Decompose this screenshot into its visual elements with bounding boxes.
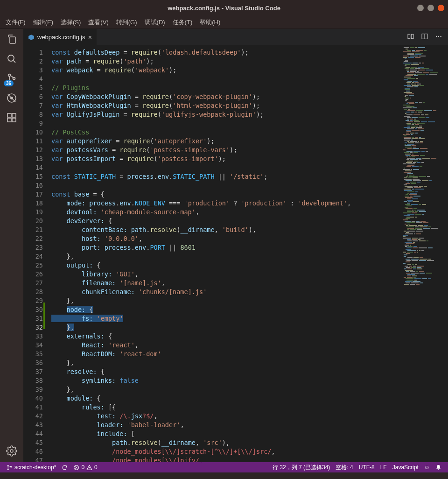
code-line[interactable]: var path = require('path'); xyxy=(51,57,401,66)
svg-point-18 xyxy=(7,465,8,466)
scm-icon[interactable]: 36 xyxy=(5,72,18,85)
code-line[interactable]: filename: '[name].js', xyxy=(51,279,401,288)
svg-point-10 xyxy=(10,450,13,452)
code-line[interactable]: var CopyWebpackPlugin = require('copy-we… xyxy=(51,92,401,101)
svg-rect-13 xyxy=(411,34,413,38)
menu-select[interactable]: 选择(S) xyxy=(58,17,84,28)
window-title: webpack.config.js - Visual Studio Code xyxy=(168,5,280,12)
status-cursor[interactable]: 行 32，列 7 (已选择34) xyxy=(270,464,333,472)
svg-point-16 xyxy=(438,36,439,37)
menu-debug[interactable]: 调试(D) xyxy=(142,17,168,28)
settings-gear-icon[interactable] xyxy=(5,444,18,458)
maximize-button[interactable] xyxy=(427,5,434,11)
code-line[interactable]: /node_modules[\\/]pify/, xyxy=(51,456,401,462)
code-line[interactable]: var HtmlWebpackPlugin = require('html-we… xyxy=(51,101,401,110)
main-area: 36 webpack.config.js × 1234567 xyxy=(0,29,448,462)
code-line[interactable] xyxy=(51,75,401,84)
code-line[interactable]: test: /\.jsx?$/, xyxy=(51,412,401,421)
status-language[interactable]: JavaScript xyxy=(390,464,421,472)
menu-task[interactable]: 任务(T) xyxy=(170,17,196,28)
code-line[interactable]: }, xyxy=(51,252,401,261)
close-button[interactable] xyxy=(438,5,444,11)
status-branch[interactable]: scratch-desktop* xyxy=(4,464,59,471)
window-controls xyxy=(417,5,444,11)
code-line[interactable] xyxy=(51,163,401,172)
compare-icon[interactable] xyxy=(407,33,414,42)
code-line[interactable]: // PostCss xyxy=(51,128,401,137)
code-line[interactable]: devServer: { xyxy=(51,217,401,225)
svg-rect-9 xyxy=(12,113,16,117)
minimap[interactable] xyxy=(401,45,448,462)
editor[interactable]: 1234567891011121314151617181920212223242… xyxy=(23,45,448,462)
code-line[interactable]: port: process.env.PORT || 8601 xyxy=(51,243,401,252)
code-line[interactable]: chunkFilename: 'chunks/[name].js' xyxy=(51,288,401,296)
code-line[interactable]: contentBase: path.resolve(__dirname, 'bu… xyxy=(51,225,401,234)
menu-help[interactable]: 帮助(H) xyxy=(197,17,223,28)
more-actions-icon[interactable] xyxy=(435,33,442,42)
code-line[interactable]: }, xyxy=(51,323,401,332)
code-line[interactable] xyxy=(51,181,401,190)
code-line[interactable]: var autoprefixer = require('autoprefixer… xyxy=(51,137,401,146)
explorer-icon[interactable] xyxy=(5,33,18,46)
svg-point-0 xyxy=(8,55,14,61)
status-spaces[interactable]: 空格: 4 xyxy=(333,464,356,472)
code-line[interactable]: host: '0.0.0.0', xyxy=(51,234,401,243)
debug-icon[interactable] xyxy=(5,92,18,105)
code-line[interactable]: const base = { xyxy=(51,190,401,199)
code-line[interactable]: const defaultsDeep = require('lodash.def… xyxy=(51,48,401,57)
code-line[interactable]: var postcssImport = require('postcss-imp… xyxy=(51,155,401,163)
status-feedback-icon[interactable]: ☺ xyxy=(421,464,433,472)
tab-webpack-config[interactable]: webpack.config.js × xyxy=(23,29,97,45)
split-editor-icon[interactable] xyxy=(421,33,428,42)
code-line[interactable]: // Plugins xyxy=(51,84,401,92)
titlebar: webpack.config.js - Visual Studio Code xyxy=(0,0,448,16)
svg-rect-8 xyxy=(12,118,16,122)
status-sync[interactable] xyxy=(59,465,70,471)
code-line[interactable]: library: 'GUI', xyxy=(51,270,401,279)
code-line[interactable]: path.resolve(__dirname, 'src'), xyxy=(51,438,401,447)
code-line[interactable]: ReactDOM: 'react-dom' xyxy=(51,350,401,359)
code-area[interactable]: const defaultsDeep = require('lodash.def… xyxy=(51,45,401,462)
code-line[interactable]: output: { xyxy=(51,261,401,270)
tab-bar: webpack.config.js × xyxy=(23,29,448,45)
menu-goto[interactable]: 转到(G) xyxy=(113,17,140,28)
code-line[interactable]: symlinks: false xyxy=(51,376,401,385)
line-number-gutter: 1234567891011121314151617181920212223242… xyxy=(23,45,51,462)
code-line[interactable]: mode: process.env.NODE_ENV === 'producti… xyxy=(51,199,401,208)
menu-edit[interactable]: 编辑(E) xyxy=(30,17,56,28)
status-eol[interactable]: LF xyxy=(378,464,390,472)
menu-view[interactable]: 查看(V) xyxy=(85,17,111,28)
code-line[interactable]: devtool: 'cheap-module-source-map', xyxy=(51,208,401,217)
code-line[interactable]: }, xyxy=(51,359,401,367)
code-line[interactable]: externals: { xyxy=(51,332,401,341)
status-notifications-icon[interactable] xyxy=(433,464,444,472)
menu-file[interactable]: 文件(F) xyxy=(3,17,28,28)
extensions-icon[interactable] xyxy=(5,111,18,124)
minimize-button[interactable] xyxy=(417,5,424,11)
code-line[interactable] xyxy=(51,119,401,128)
code-line[interactable]: React: 'react', xyxy=(51,341,401,350)
code-line[interactable]: fs: 'empty' xyxy=(51,314,401,323)
code-line[interactable]: module: { xyxy=(51,394,401,403)
js-file-icon xyxy=(28,34,35,41)
code-line[interactable]: include: [ xyxy=(51,430,401,438)
code-line[interactable]: var UglifyJsPlugin = require('uglifyjs-w… xyxy=(51,110,401,119)
status-problems[interactable]: 0 0 xyxy=(70,464,100,471)
code-line[interactable]: const STATIC_PATH = process.env.STATIC_P… xyxy=(51,172,401,181)
close-tab-icon[interactable]: × xyxy=(88,34,92,41)
code-line[interactable]: /node_modules[\\/]scratch-[^\\/]+[\\/]sr… xyxy=(51,447,401,456)
code-line[interactable]: var postcssVars = require('postcss-simpl… xyxy=(51,146,401,155)
code-line[interactable]: }, xyxy=(51,385,401,394)
code-line[interactable]: rules: [{ xyxy=(51,403,401,412)
editor-actions xyxy=(407,29,448,45)
code-line[interactable]: resolve: { xyxy=(51,367,401,376)
status-encoding[interactable]: UTF-8 xyxy=(356,464,378,472)
search-icon[interactable] xyxy=(5,52,18,65)
code-line[interactable]: }, xyxy=(51,296,401,305)
code-line[interactable]: loader: 'babel-loader', xyxy=(51,421,401,430)
code-line[interactable]: var webpack = require('webpack'); xyxy=(51,66,401,75)
code-line[interactable]: node: { xyxy=(51,305,401,314)
svg-point-19 xyxy=(7,469,8,470)
svg-point-17 xyxy=(440,36,441,37)
status-bar: scratch-desktop* 0 0 行 32，列 7 (已选择34) 空格… xyxy=(0,462,448,472)
